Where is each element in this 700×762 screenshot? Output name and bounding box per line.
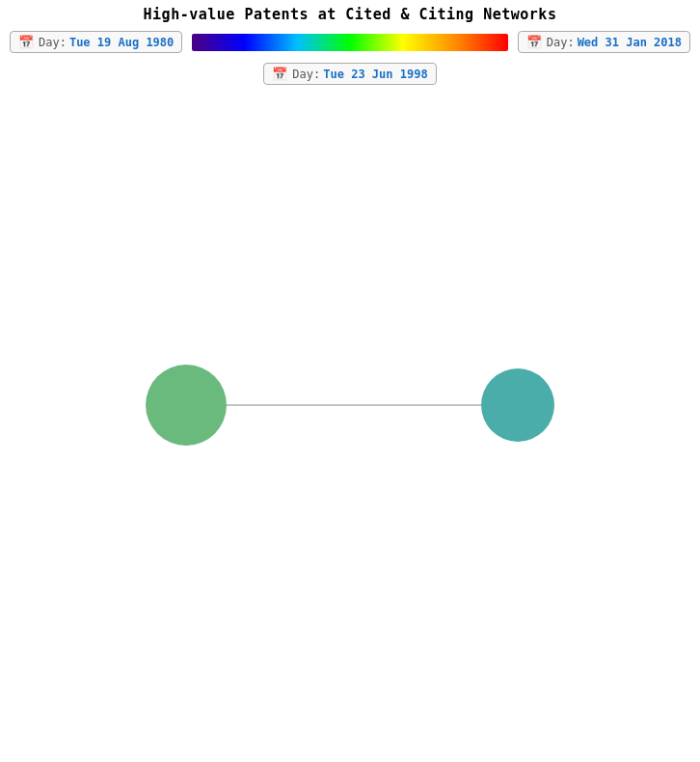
middle-controls-row: 📅 Day: Tue 23 Jun 1998 [0, 57, 700, 87]
right-date-value: Wed 31 Jan 2018 [578, 36, 682, 49]
middle-date-badge[interactable]: 📅 Day: Tue 23 Jun 1998 [263, 63, 436, 85]
right-date-badge[interactable]: 📅 Day: Wed 31 Jan 2018 [518, 31, 690, 53]
controls-row: 📅 Day: Tue 19 Aug 1980 📅 Day: Wed 31 Jan… [0, 27, 700, 57]
graph-area [0, 87, 700, 743]
left-date-value: Tue 19 Aug 1980 [69, 36, 174, 49]
middle-date-value: Tue 23 Jun 1998 [323, 68, 427, 81]
left-date-label: Day: [39, 36, 67, 49]
left-date-badge[interactable]: 📅 Day: Tue 19 Aug 1980 [10, 31, 182, 53]
right-date-label: Day: [547, 36, 575, 49]
page-container: High-value Patents at Cited & Citing Net… [0, 0, 700, 762]
color-scale-bar [192, 34, 507, 51]
title-text: High-value Patents at Cited & Citing Net… [144, 6, 557, 23]
page-title: High-value Patents at Cited & Citing Net… [0, 0, 700, 27]
color-gradient [192, 34, 507, 51]
calendar-icon-left: 📅 [18, 35, 34, 49]
middle-date-label: Day: [292, 68, 320, 81]
graph-svg [0, 87, 700, 743]
calendar-icon-right: 📅 [526, 35, 542, 49]
graph-node-right[interactable] [481, 368, 554, 442]
calendar-icon-middle: 📅 [272, 67, 287, 81]
graph-node-left[interactable] [146, 365, 227, 446]
